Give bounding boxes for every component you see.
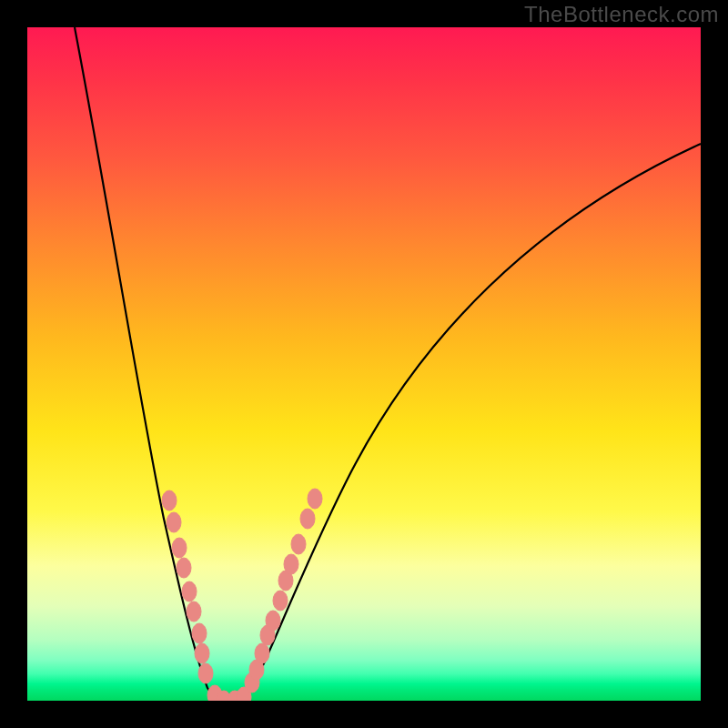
data-marker bbox=[255, 643, 269, 663]
data-marker bbox=[273, 591, 288, 611]
data-marker bbox=[162, 490, 177, 511]
chart-svg bbox=[27, 27, 701, 701]
data-marker bbox=[284, 554, 298, 574]
bottleneck-curve bbox=[75, 27, 701, 701]
marker-layer bbox=[162, 489, 322, 701]
data-marker bbox=[266, 611, 280, 631]
data-marker bbox=[308, 489, 322, 509]
plot-area bbox=[27, 27, 701, 701]
data-marker bbox=[172, 538, 187, 558]
data-marker bbox=[192, 623, 207, 643]
data-marker bbox=[167, 512, 181, 532]
data-marker bbox=[198, 663, 213, 683]
data-marker bbox=[187, 602, 201, 622]
data-marker bbox=[300, 509, 315, 529]
watermark-text: TheBottleneck.com bbox=[524, 2, 719, 27]
data-marker bbox=[291, 534, 306, 554]
chart-frame: TheBottleneck.com bbox=[0, 0, 728, 728]
data-marker bbox=[195, 643, 209, 663]
data-marker bbox=[182, 581, 197, 602]
data-marker bbox=[177, 558, 191, 578]
